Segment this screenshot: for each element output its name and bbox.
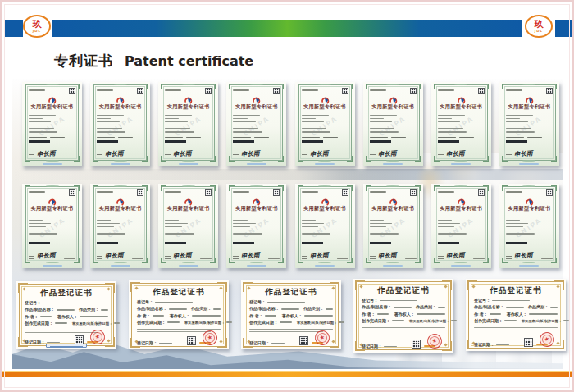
work-name-label: 作品/制品名称： bbox=[25, 308, 55, 312]
certificate-number-line bbox=[506, 191, 522, 193]
commissioner-signature: 申长雨 bbox=[514, 150, 533, 158]
patent-certificate: CNIPA 实用新型专利证书 bbox=[22, 184, 82, 268]
cnipa-logo bbox=[48, 194, 57, 203]
text-line bbox=[302, 230, 327, 231]
work-type-label: 作品类别： bbox=[416, 305, 436, 309]
copyright-certificate-title: 作品登记证书 bbox=[362, 285, 445, 296]
author-label: 作 者： bbox=[137, 314, 151, 318]
owner-value-line bbox=[304, 315, 333, 317]
cnipa-logo bbox=[116, 93, 125, 102]
patent-certificate: CNIPA 实用新型专利证书 bbox=[295, 82, 355, 166]
patent-field-lines bbox=[370, 214, 417, 235]
signature-row: 申长雨 bbox=[370, 253, 417, 259]
logo-character: 玖 bbox=[33, 21, 42, 29]
commissioner-label bbox=[97, 153, 102, 157]
text-line bbox=[302, 154, 308, 155]
text-line bbox=[370, 157, 376, 157]
border-bottom-ornament bbox=[386, 262, 399, 263]
qr-code bbox=[137, 189, 144, 196]
work-type-label: 作品类别： bbox=[191, 307, 212, 311]
text-line bbox=[370, 256, 376, 257]
signature-row: 申长雨 bbox=[233, 151, 280, 157]
cnipa-logo bbox=[184, 93, 193, 102]
text-line bbox=[391, 137, 406, 138]
text-line bbox=[233, 128, 258, 130]
text-line bbox=[506, 230, 531, 231]
certificate-footer: 登记日期： bbox=[362, 340, 445, 349]
certificate-body: 实用新型专利证书 bbox=[438, 88, 485, 157]
patent-field-lines bbox=[97, 214, 144, 235]
reg-no-label: 登记号： bbox=[25, 301, 41, 305]
grant-announcement-line bbox=[370, 239, 417, 239]
barcode bbox=[165, 242, 186, 244]
text-line bbox=[302, 223, 324, 225]
certificate-body: 作品登记证书 登记号： 作品/制品名称： 作品类别： 作 者： bbox=[474, 285, 558, 347]
reg-date-value-line bbox=[159, 343, 172, 344]
text-line bbox=[506, 137, 524, 138]
publish-date-label: 首次发表/出版/制作日期： bbox=[184, 321, 225, 325]
cnipa-logo bbox=[321, 194, 330, 203]
text-line bbox=[506, 118, 520, 120]
text-line bbox=[97, 239, 115, 239]
reg-date-label: 登记日期： bbox=[474, 343, 494, 347]
text-line bbox=[233, 230, 258, 231]
text-line bbox=[370, 223, 392, 225]
commissioner-signature: 申长雨 bbox=[37, 252, 56, 260]
commissioner-label bbox=[97, 255, 102, 259]
text-line bbox=[50, 239, 65, 239]
patent-field-lines bbox=[29, 112, 75, 133]
commissioner-signature: 申长雨 bbox=[173, 252, 192, 260]
certificate-caption-line bbox=[519, 265, 539, 267]
copyright-certificates-row: 作品登记证书 登记号： 作品/制品名称： 作品类别： 作 者： bbox=[16, 279, 566, 354]
cnipa-logo bbox=[252, 194, 261, 203]
work-name-value-line bbox=[394, 307, 412, 308]
grant-announcement-line bbox=[233, 137, 280, 138]
qr-code bbox=[137, 88, 144, 94]
commissioner-label bbox=[506, 255, 512, 259]
text-line bbox=[302, 128, 327, 130]
text-line bbox=[527, 137, 542, 138]
publish-date-label: 首次发表/出版/制作日期： bbox=[297, 321, 337, 325]
author-value-line bbox=[265, 315, 276, 317]
cnipa-logo bbox=[116, 194, 125, 203]
border-bottom-ornament bbox=[454, 160, 467, 162]
qr-code bbox=[273, 88, 280, 94]
text-line bbox=[370, 118, 384, 120]
text-line bbox=[50, 137, 65, 138]
creation-date-label: 创作完成日期： bbox=[137, 321, 166, 325]
work-type-value-line bbox=[213, 308, 221, 310]
qr-code bbox=[546, 88, 553, 94]
text-line bbox=[370, 233, 399, 235]
text-line bbox=[370, 125, 387, 126]
patent-certificate-title: 实用新型专利证书 bbox=[165, 205, 212, 212]
text-line bbox=[165, 125, 182, 126]
text-line bbox=[233, 256, 239, 257]
text-line bbox=[165, 256, 171, 257]
grant-announcement-line bbox=[302, 239, 348, 239]
certificate-footer: 登记日期： bbox=[474, 338, 558, 347]
certificate-caption-line bbox=[383, 265, 403, 267]
text-line bbox=[506, 121, 528, 123]
patent-certificate-title: 实用新型专利证书 bbox=[438, 103, 485, 111]
qr-code bbox=[412, 340, 421, 349]
reg-date-value-line bbox=[384, 346, 397, 348]
certificate-body: 作品登记证书 登记号： 作品/制品名称： 作品类别： 作 者： bbox=[362, 285, 445, 349]
qr-code bbox=[205, 189, 212, 196]
owner-value-line bbox=[80, 316, 108, 317]
text-line bbox=[370, 154, 376, 155]
certificate-caption-line bbox=[383, 163, 403, 165]
certificate-footer: 登记日期： bbox=[137, 336, 221, 345]
text-line bbox=[97, 125, 114, 126]
text-line bbox=[165, 217, 192, 218]
patent-field-lines bbox=[438, 112, 485, 133]
cnipa-logo bbox=[184, 194, 193, 203]
text-line bbox=[29, 154, 34, 155]
text-line bbox=[438, 128, 463, 130]
reg-no-label: 登记号： bbox=[474, 299, 490, 303]
certificate-caption-line bbox=[43, 163, 62, 165]
owner-label: 著作权人： bbox=[507, 312, 527, 317]
header-bar-right bbox=[555, 20, 573, 37]
certificate-body: 作品登记证书 登记号： 作品/制品名称： 作品类别： 作 者： bbox=[137, 287, 221, 345]
text-line bbox=[165, 223, 187, 225]
patent-field-lines bbox=[438, 214, 485, 235]
